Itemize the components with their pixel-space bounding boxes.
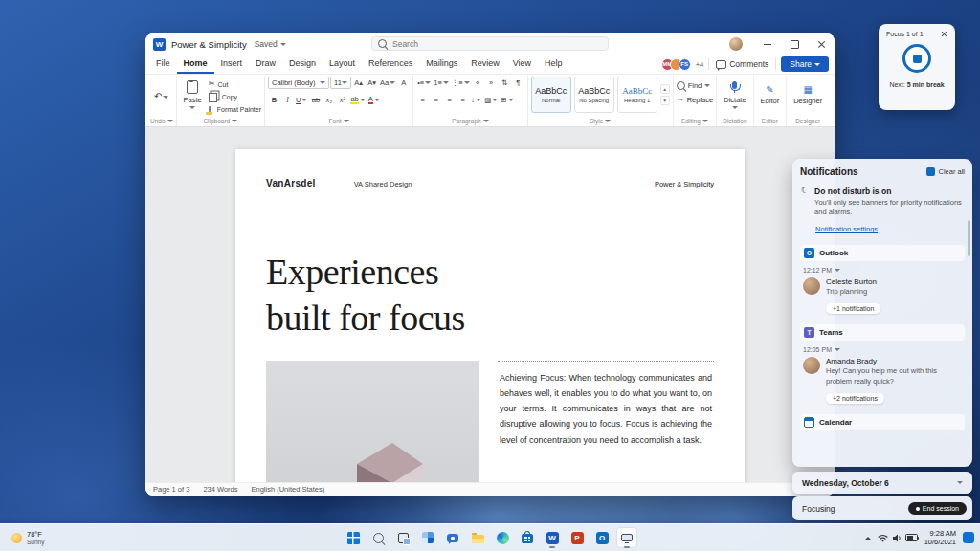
end-session-button[interactable]: End session [908,502,967,515]
taskbar-search-button[interactable] [368,527,389,548]
comments-button[interactable]: Comments [714,59,770,69]
widgets-button[interactable] [417,527,438,548]
minimize-button[interactable] [754,33,781,55]
document-page[interactable]: VanArsdel VA Shared Design Power & Simpl… [235,149,745,482]
editor-button[interactable]: ✎ Editor [757,77,784,113]
focus-close-button[interactable] [941,31,947,37]
tab-insert[interactable]: Insert [214,55,250,74]
collaborator-overflow-count[interactable]: +4 [696,60,704,69]
font-name-select[interactable]: Calibri (Body) [268,77,329,89]
notification-settings-link[interactable]: Notification settings [814,225,878,233]
text-highlight-button[interactable]: ab [349,94,366,106]
task-view-button[interactable] [392,527,413,548]
tab-references[interactable]: References [362,55,419,74]
subscript-button[interactable]: x₂ [323,94,335,106]
outlook-button[interactable]: O [591,527,612,548]
multilevel-list-button[interactable]: ⋮≡ [451,77,471,89]
font-color-button[interactable]: A [368,94,381,106]
style-normal[interactable]: AaBbCc Normal [531,77,571,113]
grow-font-button[interactable]: A▴ [352,77,365,89]
clear-all-button[interactable]: Clear all [926,167,965,176]
teams-notification[interactable]: Amanda Brady Hey! Can you help me out wi… [800,357,965,386]
copy-button[interactable]: Copy [209,91,261,102]
tab-file[interactable]: File [149,55,177,74]
sort-button[interactable]: ⇅ [499,77,511,89]
outlook-notification[interactable]: Celeste Burton Trip planning [800,277,965,297]
numbering-button[interactable]: 1≡ [433,77,450,89]
align-right-button[interactable]: ≡ [443,94,456,106]
scrollbar[interactable] [968,220,970,256]
collaborator-avatar[interactable]: FS [679,58,691,71]
title-search-box[interactable] [371,36,609,51]
show-paragraph-marks-button[interactable]: ¶ [512,77,524,89]
word-count[interactable]: 234 Words [203,485,237,494]
borders-button[interactable]: ⊞ [500,94,514,106]
page-count[interactable]: Page 1 of 3 [153,485,189,494]
style-scroll-up-button[interactable]: ▴ [660,84,670,94]
strikethrough-button[interactable]: ab [309,94,322,106]
format-painter-button[interactable]: Format Painter [209,103,261,115]
calendar-date-card[interactable]: Wednesday, October 6 [792,472,972,494]
undo-button[interactable]: ↶ [153,87,169,106]
tab-help[interactable]: Help [538,55,569,74]
outlook-group-header[interactable]: O Outlook [800,245,965,261]
tab-draw[interactable]: Draw [249,55,282,74]
edge-button[interactable] [492,527,513,548]
align-left-button[interactable]: ≡ [416,94,429,106]
paste-button[interactable]: Paste [180,77,206,113]
style-no-spacing[interactable]: AaBbCc No Spacing [574,77,614,113]
style-scroll-down-button[interactable]: ▾ [660,96,670,105]
document-image[interactable] [266,361,479,482]
bold-button[interactable]: B [268,94,280,106]
autosave-status[interactable]: Saved [255,39,286,49]
focus-stop-button[interactable] [902,44,931,73]
file-explorer-button[interactable] [467,527,488,548]
notification-badge-icon[interactable] [963,532,974,543]
tab-view[interactable]: View [506,55,538,74]
calendar-group-header[interactable]: Calendar [800,414,965,430]
teams-more-notifications-badge[interactable]: +2 notifications [826,393,884,404]
quick-settings-button[interactable] [878,534,918,542]
align-center-button[interactable]: ≡ [430,94,442,106]
superscript-button[interactable]: x² [336,94,348,106]
find-button[interactable]: Find [677,79,711,91]
clear-formatting-button[interactable]: A [397,77,410,89]
underline-button[interactable]: U [295,94,308,106]
decrease-indent-button[interactable]: « [472,77,484,89]
language-status[interactable]: English (United States) [252,485,325,494]
close-button[interactable] [808,33,835,55]
tab-mailings[interactable]: Mailings [419,55,464,74]
maximize-button[interactable] [781,33,808,55]
cut-button[interactable]: ✂Cut [209,78,261,90]
italic-button[interactable]: I [281,94,294,106]
account-avatar[interactable] [729,37,743,51]
change-case-button[interactable]: Aa [379,77,396,89]
bullets-button[interactable]: •≡ [416,77,432,89]
shrink-font-button[interactable]: A▾ [366,77,378,89]
font-size-select[interactable]: 11 [330,77,351,89]
increase-indent-button[interactable]: » [485,77,498,89]
line-spacing-button[interactable]: ↕ [470,94,482,106]
clock-button[interactable]: 9:28 AM 10/6/2021 [924,529,956,547]
designer-button[interactable]: ▦ Designer [790,77,826,113]
powerpoint-button[interactable]: P [567,527,588,548]
tab-design[interactable]: Design [282,55,323,74]
shading-button[interactable]: ▨ [483,94,499,106]
justify-button[interactable]: ≡ [457,94,469,106]
active-app-button[interactable] [616,527,637,548]
store-button[interactable] [517,527,538,548]
replace-button[interactable]: ↔Replace [677,94,714,105]
notification-timestamp[interactable]: 12:05 PM [803,346,965,353]
search-input[interactable] [390,38,602,50]
start-button[interactable] [343,527,364,548]
tab-home[interactable]: Home [177,55,214,74]
dictate-button[interactable]: Dictate [720,77,749,113]
share-button[interactable]: Share [781,56,829,72]
style-heading-1[interactable]: AaBbCc Heading 1 [617,77,657,113]
word-button[interactable]: W [542,527,563,548]
tab-review[interactable]: Review [464,55,506,74]
weather-widget-button[interactable]: 78°F Sunny [8,524,48,551]
chat-button[interactable] [442,527,463,548]
outlook-more-notifications-badge[interactable]: +1 notification [826,303,880,314]
tab-layout[interactable]: Layout [323,55,362,74]
